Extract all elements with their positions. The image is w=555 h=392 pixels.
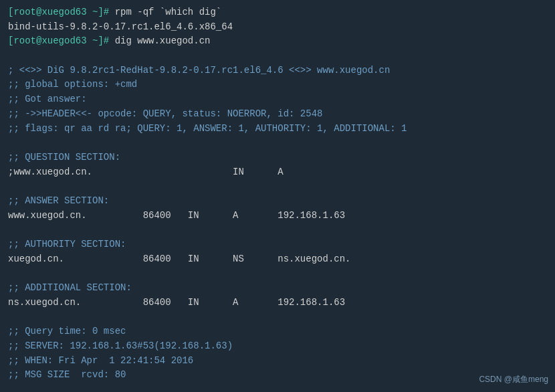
terminal-line: ;; Got answer: xyxy=(8,92,547,107)
terminal-line xyxy=(8,266,547,281)
watermark: CSDN @咸鱼meng xyxy=(479,374,548,385)
terminal-line: bind-utils-9.8.2-0.17.rc1.el6_4.6.x86_64 xyxy=(8,20,547,35)
terminal-line xyxy=(8,310,547,324)
terminal-line: www.xuegod.cn. 86400 IN A 192.168.1.63 xyxy=(8,209,547,223)
prompt-text: [root@xuegod63 ~]# xyxy=(8,7,115,17)
terminal-line: ;; WHEN: Fri Apr 1 22:41:54 2016 xyxy=(8,354,547,369)
terminal-line: ;; MSG SIZE rcvd: 80 xyxy=(8,368,547,383)
terminal-line: [root@xuegod63 ~]# rpm -qf `which dig` xyxy=(8,5,547,20)
terminal-line: ;; ADDITIONAL SECTION: xyxy=(8,281,547,296)
terminal-line xyxy=(8,136,547,151)
terminal-line: ; <<>> DiG 9.8.2rc1-RedHat-9.8.2-0.17.rc… xyxy=(8,64,547,78)
terminal-output: [root@xuegod63 ~]# rpm -qf `which dig`bi… xyxy=(8,5,547,392)
terminal-window: [root@xuegod63 ~]# rpm -qf `which dig`bi… xyxy=(0,0,555,392)
terminal-line: ;; Query time: 0 msec xyxy=(8,324,547,339)
terminal-line: xuegod.cn. 86400 IN NS ns.xuegod.cn. xyxy=(8,252,547,267)
terminal-line: ;; SERVER: 192.168.1.63#53(192.168.1.63) xyxy=(8,339,547,354)
prompt-text: [root@xuegod63 ~]# xyxy=(8,35,115,46)
terminal-line: ;; ->>HEADER<<- opcode: QUERY, status: N… xyxy=(8,107,547,122)
terminal-line xyxy=(8,223,547,237)
terminal-line xyxy=(8,179,547,194)
terminal-line: ;; global options: +cmd xyxy=(8,78,547,92)
terminal-line: ;; AUTHORITY SECTION: xyxy=(8,237,547,252)
terminal-line: ;www.xuegod.cn. IN A xyxy=(8,165,547,180)
terminal-line: [root@xuegod63 ~]# dig www.xuegod.cn xyxy=(8,34,547,49)
terminal-line: ;; ANSWER SECTION: xyxy=(8,194,547,209)
terminal-line xyxy=(8,49,547,64)
command-text: rpm -qf `which dig` xyxy=(115,7,222,17)
command-text: dig www.xuegod.cn xyxy=(115,35,211,46)
terminal-line xyxy=(8,383,547,392)
terminal-line: ns.xuegod.cn. 86400 IN A 192.168.1.63 xyxy=(8,296,547,310)
terminal-line: ;; QUESTION SECTION: xyxy=(8,151,547,165)
terminal-line: ;; flags: qr aa rd ra; QUERY: 1, ANSWER:… xyxy=(8,122,547,136)
